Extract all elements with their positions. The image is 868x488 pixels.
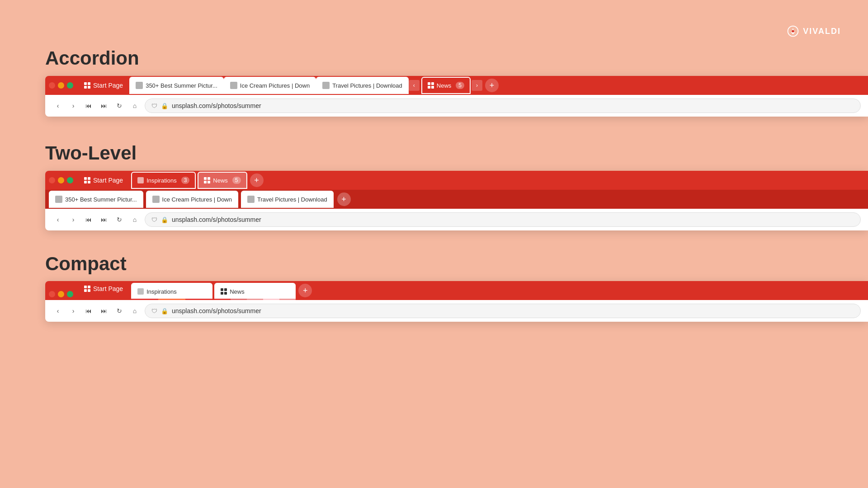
compact-browser: Start Page Inspirations News: [45, 281, 868, 322]
tab-favicon-icecream-2: [152, 196, 160, 203]
nav-home-3[interactable]: ⌂: [129, 305, 140, 316]
grid-icon-news-compact: [221, 288, 227, 295]
tab-travel-label-2: Travel Pictures | Download: [257, 196, 327, 203]
nav-last-2[interactable]: ⏭: [99, 214, 109, 225]
shield-icon-accordion: 🛡: [151, 103, 157, 109]
shield-icon-3: 🛡: [151, 308, 157, 314]
tab-summer-accordion[interactable]: 350+ Best Summer Pictur...: [129, 77, 224, 94]
tab-icecream-two-level[interactable]: Ice Cream Pictures | Down: [146, 191, 238, 208]
nav-first-2[interactable]: ⏮: [83, 214, 94, 225]
tl-yellow-3[interactable]: [58, 291, 64, 297]
address-field-2[interactable]: 🛡 🔒 unsplash.com/s/photos/summer: [145, 212, 861, 227]
tl-red-3[interactable]: [49, 291, 55, 297]
tab-inspirations-label: Inspirations: [146, 177, 176, 184]
two-level-tab-bar-row1: Start Page Inspirations 3 News 5 +: [45, 171, 868, 190]
tab-travel-label: Travel Pictures | Download: [332, 82, 402, 89]
nav-first-accordion[interactable]: ⏮: [83, 100, 94, 111]
add-tab-btn-two-level-row2[interactable]: +: [337, 192, 351, 206]
nav-forward-accordion[interactable]: ›: [68, 100, 79, 111]
url-text-2: unsplash.com/s/photos/summer: [172, 216, 261, 223]
two-level-tab-bar-row2: 350+ Best Summer Pictur... Ice Cream Pic…: [45, 190, 868, 209]
lock-icon-accordion: 🔒: [161, 103, 168, 109]
vivaldi-icon: [787, 25, 799, 38]
grid-icon-start-3: [84, 286, 90, 292]
tab-icecream-label-2: Ice Cream Pictures | Down: [162, 196, 232, 203]
tab-inspirations-count: 3: [181, 177, 190, 184]
compact-address-bar: ‹ › ⏮ ⏭ ↻ ⌂ 🛡 🔒 unsplash.com/s/photos/su…: [45, 300, 868, 322]
grid-icon-start: [84, 82, 90, 89]
tl-green-3[interactable]: [67, 291, 73, 297]
two-level-browser: Start Page Inspirations 3 News 5 + 350+ …: [45, 171, 868, 230]
nav-home-2[interactable]: ⌂: [129, 214, 140, 225]
compact-indicator-news: [214, 299, 296, 300]
add-tab-btn-compact[interactable]: +: [298, 284, 312, 297]
nav-back-accordion[interactable]: ‹: [52, 100, 63, 111]
nav-last-accordion[interactable]: ⏭: [99, 100, 109, 111]
tab-icecream-accordion[interactable]: Ice Cream Pictures | Down: [224, 77, 316, 94]
tl-red[interactable]: [49, 82, 55, 89]
tab-inspirations-compact[interactable]: Inspirations: [131, 283, 212, 300]
tab-favicon-icecream: [230, 82, 237, 89]
lock-icon-3: 🔒: [161, 308, 168, 314]
tab-news-count: 5: [456, 82, 464, 89]
vivaldi-text: VIVALDI: [803, 27, 841, 36]
tab-summer-label-2: 350+ Best Summer Pictur...: [65, 196, 137, 203]
nav-home-accordion[interactable]: ⌂: [129, 100, 140, 111]
tab-start-compact[interactable]: Start Page: [78, 281, 129, 298]
tab-favicon-summer: [136, 82, 143, 89]
grid-icon-news-accordion: [428, 82, 434, 89]
nav-reload-3[interactable]: ↻: [114, 305, 125, 316]
tab-news-label-compact: News: [230, 288, 245, 295]
tl-red-2[interactable]: [49, 177, 55, 183]
lock-icon-2: 🔒: [161, 216, 168, 223]
nav-forward-3[interactable]: ›: [68, 305, 79, 316]
tab-travel-accordion[interactable]: Travel Pictures | Download: [316, 77, 409, 94]
tl-green-2[interactable]: [67, 177, 73, 183]
tab-expand-btn-accordion[interactable]: ‹: [409, 80, 420, 91]
accordion-browser: Start Page 350+ Best Summer Pictur... Ic…: [45, 76, 868, 117]
address-field-3[interactable]: 🛡 🔒 unsplash.com/s/photos/summer: [145, 304, 861, 318]
tab-inspirations-label-compact: Inspirations: [146, 288, 176, 295]
tab-news-compact[interactable]: News: [214, 283, 296, 300]
tab-news-label-2: News: [213, 177, 228, 184]
compact-title: Compact: [45, 253, 127, 275]
tab-favicon-travel: [322, 82, 330, 89]
add-tab-btn-two-level[interactable]: +: [250, 174, 264, 187]
tab-news-two-level[interactable]: News 5: [198, 172, 247, 189]
traffic-lights-compact: [49, 291, 73, 297]
accordion-tab-bar: Start Page 350+ Best Summer Pictur... Ic…: [45, 76, 868, 95]
tab-travel-two-level[interactable]: Travel Pictures | Download: [241, 191, 334, 208]
tab-icecream-label: Ice Cream Pictures | Down: [240, 82, 310, 89]
tab-start-label-2: Start Page: [93, 177, 123, 184]
address-field-accordion[interactable]: 🛡 🔒 unsplash.com/s/photos/summer: [145, 99, 861, 113]
grid-icon-start-2: [84, 177, 90, 183]
tab-summer-label: 350+ Best Summer Pictur...: [146, 82, 217, 89]
nav-back-2[interactable]: ‹: [52, 214, 63, 225]
accordion-title: Accordion: [45, 47, 139, 69]
nav-first-3[interactable]: ⏮: [83, 305, 94, 316]
two-level-title: Two-Level: [45, 142, 137, 164]
tl-yellow-2[interactable]: [58, 177, 64, 183]
tl-yellow[interactable]: [58, 82, 64, 89]
tab-news-accordion[interactable]: News 5: [421, 77, 471, 94]
tab-expand-right-accordion[interactable]: ›: [472, 80, 482, 91]
tab-icon-inspirations: [137, 177, 144, 183]
tab-favicon-summer-2: [55, 196, 62, 203]
nav-forward-2[interactable]: ›: [68, 214, 79, 225]
two-level-address-bar: ‹ › ⏮ ⏭ ↻ ⌂ 🛡 🔒 unsplash.com/s/photos/su…: [45, 209, 868, 230]
tab-start-page-accordion[interactable]: Start Page: [78, 76, 129, 95]
vivaldi-logo: VIVALDI: [787, 25, 841, 38]
nav-reload-accordion[interactable]: ↻: [114, 100, 125, 111]
tab-summer-two-level[interactable]: 350+ Best Summer Pictur...: [49, 191, 143, 208]
nav-last-3[interactable]: ⏭: [99, 305, 109, 316]
tl-green[interactable]: [67, 82, 73, 89]
tab-icon-inspirations-compact: [137, 288, 144, 295]
add-tab-btn-accordion[interactable]: +: [485, 79, 499, 92]
tab-start-label: Start Page: [93, 82, 123, 89]
nav-back-3[interactable]: ‹: [52, 305, 63, 316]
tab-inspirations-two-level[interactable]: Inspirations 3: [131, 172, 196, 189]
tab-start-two-level[interactable]: Start Page: [78, 171, 129, 190]
accordion-address-bar: ‹ › ⏮ ⏭ ↻ ⌂ 🛡 🔒 unsplash.com/s/photos/su…: [45, 95, 868, 117]
compact-indicator-inspirations: [131, 299, 212, 300]
nav-reload-2[interactable]: ↻: [114, 214, 125, 225]
